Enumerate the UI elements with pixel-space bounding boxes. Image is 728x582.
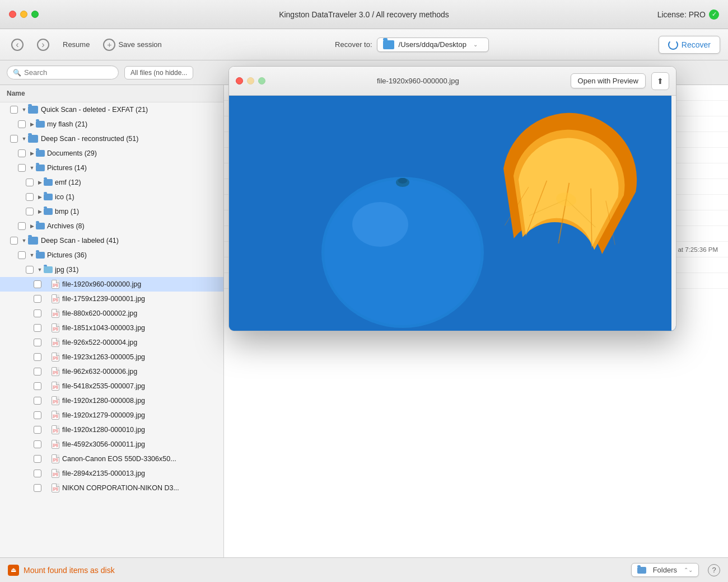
checkbox[interactable] bbox=[10, 135, 18, 143]
tree-item-file-12[interactable]: ▶ jpg Canon-Canon EOS 550D-3306x50... bbox=[0, 452, 223, 466]
tree-item-label: file-1920x1280-000010.jpg bbox=[62, 426, 145, 434]
search-input[interactable] bbox=[24, 68, 102, 77]
expand-icon[interactable]: ▶ bbox=[28, 120, 36, 128]
collapse-icon[interactable]: ▼ bbox=[28, 251, 36, 259]
tree-item-label: Archives (8) bbox=[47, 222, 85, 230]
tree-item-quick-scan[interactable]: ▼ Quick Scan - deleted - EXFAT (21) bbox=[0, 102, 223, 117]
expand-icon[interactable]: ▶ bbox=[36, 179, 44, 186]
checkbox[interactable] bbox=[18, 164, 26, 172]
tree-item-file-4[interactable]: ▶ jpg file-926x522-000004.jpg bbox=[0, 335, 223, 350]
tree-item-bmp[interactable]: ▶ bmp (1) bbox=[0, 204, 223, 219]
tree-item-ico[interactable]: ▶ ico (1) bbox=[0, 190, 223, 204]
tree-item-file-13[interactable]: ▶ jpg file-2894x2135-000013.jpg bbox=[0, 466, 223, 481]
tree-item-file-11[interactable]: ▶ jpg file-4592x3056-000011.jpg bbox=[0, 437, 223, 452]
fruit-illustration bbox=[229, 96, 676, 331]
mount-icon: ⏏ bbox=[8, 565, 19, 576]
collapse-icon[interactable]: ▼ bbox=[36, 266, 44, 274]
expand-icon[interactable]: ▶ bbox=[36, 193, 44, 201]
checkbox[interactable] bbox=[34, 368, 41, 376]
checkbox[interactable] bbox=[34, 339, 41, 346]
preview-scrollbar[interactable] bbox=[671, 96, 676, 331]
collapse-icon[interactable]: ▼ bbox=[20, 106, 28, 114]
tree-item-emf[interactable]: ▶ emf (12) bbox=[0, 175, 223, 190]
folder-icon-sm bbox=[36, 252, 45, 259]
checkbox[interactable] bbox=[34, 426, 41, 434]
search-input-wrap[interactable]: 🔍 bbox=[7, 65, 119, 79]
tree-item-my-flash[interactable]: ▶ my flash (21) bbox=[0, 117, 223, 132]
checkbox[interactable] bbox=[18, 120, 26, 128]
checkbox[interactable] bbox=[26, 208, 34, 215]
tree-item-archives[interactable]: ▶ Archives (8) bbox=[0, 219, 223, 233]
checkbox[interactable] bbox=[18, 149, 26, 157]
checkbox[interactable] bbox=[18, 251, 26, 259]
checkbox[interactable] bbox=[34, 440, 41, 448]
tree-item-file-2[interactable]: ▶ jpg file-880x620-000002.jpg bbox=[0, 306, 223, 321]
filter-badge[interactable]: All files (no hidde... bbox=[124, 66, 193, 79]
tree-item-file-0[interactable]: ▶ jpg file-1920x960-000000.jpg bbox=[0, 277, 223, 292]
expand-icon[interactable]: ▶ bbox=[36, 208, 44, 215]
tree-item-file-3[interactable]: ▶ jpg file-1851x1043-000003.jpg bbox=[0, 321, 223, 335]
preview-close-button[interactable] bbox=[236, 77, 243, 85]
recover-to-label: Recover to: bbox=[335, 40, 372, 49]
collapse-icon[interactable]: ▼ bbox=[20, 237, 28, 245]
checkbox[interactable] bbox=[10, 237, 18, 245]
tree-item-label: file-962x632-000006.jpg bbox=[62, 368, 137, 376]
tree-item-jpg-31[interactable]: ▼ jpg (31) bbox=[0, 262, 223, 277]
checkbox[interactable] bbox=[10, 106, 18, 114]
collapse-icon[interactable]: ▼ bbox=[20, 135, 28, 143]
tree-item-file-10[interactable]: ▶ jpg file-1920x1280-000010.jpg bbox=[0, 423, 223, 437]
tree-item-documents[interactable]: ▶ Documents (29) bbox=[0, 146, 223, 161]
dropdown-arrow-icon: ⌃⌄ bbox=[684, 567, 693, 573]
checkbox[interactable] bbox=[26, 193, 34, 201]
tree-item-pictures-36[interactable]: ▼ Pictures (36) bbox=[0, 248, 223, 262]
checkbox[interactable] bbox=[34, 455, 41, 463]
checkbox[interactable] bbox=[34, 353, 41, 361]
checkbox[interactable] bbox=[26, 179, 34, 186]
checkbox[interactable] bbox=[18, 222, 26, 230]
open-with-preview-button[interactable]: Open with Preview bbox=[571, 73, 646, 88]
tree-item-file-1[interactable]: ▶ jpg file-1759x1239-000001.jpg bbox=[0, 292, 223, 306]
recover-path-dropdown[interactable]: /Users/ddqa/Desktop ⌄ bbox=[377, 37, 489, 52]
tree-item-file-6[interactable]: ▶ jpg file-962x632-000006.jpg bbox=[0, 364, 223, 379]
checkbox[interactable] bbox=[26, 266, 34, 274]
checkbox[interactable] bbox=[34, 324, 41, 332]
tree-item-file-5[interactable]: ▶ jpg file-1923x1263-000005.jpg bbox=[0, 350, 223, 364]
checkbox[interactable] bbox=[34, 280, 41, 288]
tree-item-label: file-880x620-000002.jpg bbox=[62, 309, 137, 317]
tree-item-file-8[interactable]: ▶ jpg file-1920x1280-000008.jpg bbox=[0, 393, 223, 408]
tree-item-deep-scan-labeled[interactable]: ▼ Deep Scan - labeled (41) bbox=[0, 233, 223, 248]
preview-minimize-button[interactable] bbox=[247, 77, 254, 85]
folder-icon bbox=[28, 237, 38, 245]
back-button[interactable] bbox=[8, 36, 27, 53]
help-button[interactable]: ? bbox=[708, 564, 720, 576]
forward-button[interactable] bbox=[34, 36, 53, 53]
file-icon: jpg bbox=[52, 440, 59, 449]
checkbox[interactable] bbox=[34, 411, 41, 419]
tree-item-file-9[interactable]: ▶ jpg file-1920x1279-000009.jpg bbox=[0, 408, 223, 423]
checkbox[interactable] bbox=[34, 309, 41, 317]
collapse-icon[interactable]: ▼ bbox=[28, 164, 36, 172]
minimize-button[interactable] bbox=[20, 11, 27, 18]
arrow-right-icon bbox=[41, 40, 44, 50]
recover-button[interactable]: Recover bbox=[659, 36, 720, 54]
tree-item-pictures-14[interactable]: ▼ Pictures (14) bbox=[0, 161, 223, 175]
maximize-button[interactable] bbox=[31, 11, 39, 18]
close-button[interactable] bbox=[9, 11, 16, 18]
resume-button[interactable]: Resume bbox=[59, 38, 93, 51]
tree-item-file-7[interactable]: ▶ jpg file-5418x2535-000007.jpg bbox=[0, 379, 223, 393]
mount-button[interactable]: ⏏ Mount found items as disk bbox=[8, 565, 115, 576]
save-session-button[interactable]: Save session bbox=[100, 36, 165, 53]
preview-maximize-button[interactable] bbox=[258, 77, 265, 85]
file-icon: jpg bbox=[52, 353, 59, 362]
expand-icon[interactable]: ▶ bbox=[28, 222, 36, 230]
checkbox[interactable] bbox=[34, 484, 41, 492]
checkbox[interactable] bbox=[34, 382, 41, 390]
checkbox[interactable] bbox=[34, 397, 41, 405]
tree-item-file-14[interactable]: ▶ jpg NIKON CORPORATION-NIKON D3... bbox=[0, 481, 223, 495]
checkbox[interactable] bbox=[34, 470, 41, 477]
share-button[interactable]: ⬆ bbox=[651, 72, 669, 90]
tree-item-deep-scan-recon[interactable]: ▼ Deep Scan - reconstructed (51) bbox=[0, 132, 223, 146]
checkbox[interactable] bbox=[34, 295, 41, 303]
expand-icon[interactable]: ▶ bbox=[28, 149, 36, 157]
folders-dropdown[interactable]: Folders ⌃⌄ bbox=[631, 563, 699, 577]
